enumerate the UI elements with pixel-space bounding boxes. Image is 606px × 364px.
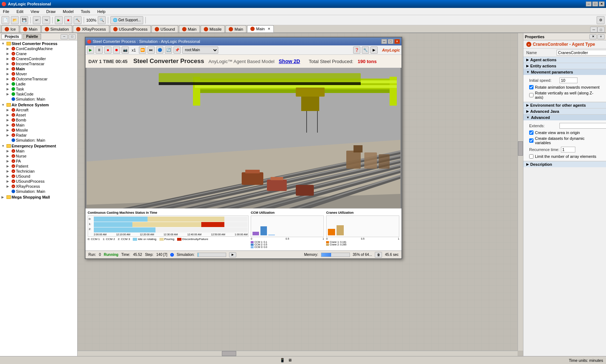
center-hscroll[interactable] xyxy=(78,351,518,356)
rotate-animation-checkbox[interactable] xyxy=(529,85,533,89)
tree-asset[interactable]: ▶ e Asset xyxy=(1,112,76,117)
tree-sim-steel[interactable]: Simulation: Main xyxy=(1,97,76,102)
sim-refresh-btn[interactable]: 🔄 xyxy=(165,46,172,54)
tree-aircraft[interactable]: ▶ e Aircraft xyxy=(1,107,76,112)
menu-model[interactable]: Model xyxy=(61,9,75,14)
create-datasets-checkbox[interactable] xyxy=(529,138,533,143)
sim-play-btn[interactable]: ▶ xyxy=(370,46,378,54)
initial-speed-input[interactable] xyxy=(559,77,578,83)
tab-main4-close[interactable]: ✕ xyxy=(268,27,271,31)
panel-minimize[interactable]: ─ xyxy=(61,34,68,39)
tab-ice[interactable]: Ice xyxy=(1,25,19,32)
section-environment[interactable]: ▶ Environment for other agents xyxy=(523,102,606,108)
tab-missile[interactable]: Missile xyxy=(201,25,225,32)
sim-step-btn[interactable]: ⏭ xyxy=(148,46,155,54)
tree-main-steel[interactable]: ▶ e Main xyxy=(1,66,76,71)
sim-win-minimize[interactable]: ─ xyxy=(381,39,387,44)
menu-help[interactable]: Help xyxy=(96,9,107,14)
status-icon-1[interactable]: 📱 xyxy=(280,358,285,363)
tree-task[interactable]: ▶ Task xyxy=(1,86,76,92)
build-button[interactable]: 🔨 xyxy=(74,16,82,24)
undo-button[interactable]: ↩ xyxy=(33,16,41,24)
tab-main-1[interactable]: Main xyxy=(20,25,41,32)
section-advanced-java[interactable]: ▶ Advanced Java xyxy=(523,108,606,114)
tree-patient[interactable]: ▶ e Patient xyxy=(1,164,76,169)
sim-win-controls[interactable]: ─ □ ✕ xyxy=(381,39,400,44)
close-button[interactable]: ✕ xyxy=(599,1,605,6)
tree-bomb[interactable]: ▶ e Bomb xyxy=(1,117,76,123)
tab-controls-min[interactable]: ─ xyxy=(590,27,597,32)
sim-virtual-btn[interactable]: 🔵 xyxy=(156,46,163,54)
hscroll-thumb[interactable] xyxy=(222,351,236,356)
tab-usoundprocess[interactable]: USoundProcess xyxy=(110,25,151,32)
sim-screenshot-btn[interactable]: 📷 xyxy=(122,46,129,54)
new-button[interactable]: 📄 xyxy=(1,16,9,24)
sim-win-maximize[interactable]: □ xyxy=(388,39,394,44)
menu-tools[interactable]: Tools xyxy=(79,9,92,14)
recurrence-input[interactable] xyxy=(561,147,575,152)
tree-mover[interactable]: ▶ e Mover xyxy=(1,71,76,76)
props-close-btn[interactable]: ✕ xyxy=(589,34,597,39)
open-button[interactable]: 📂 xyxy=(11,16,19,24)
tree-ladle[interactable]: ▶ Ladle xyxy=(1,81,76,86)
tree-airdefence[interactable]: ▼ Air Defence System xyxy=(1,102,76,107)
redo-button[interactable]: ↪ xyxy=(42,16,50,24)
minimize-button[interactable]: ─ xyxy=(586,1,592,6)
tree-xrayproc[interactable]: ▶ e XRayProcess xyxy=(1,184,76,189)
tab-main-4[interactable]: Main ✕ xyxy=(247,25,274,32)
panel-tab-projects[interactable]: Projects xyxy=(1,34,22,39)
center-vscroll[interactable] xyxy=(518,33,523,351)
sim-run-btn[interactable]: ▶ xyxy=(87,46,94,54)
sim-play-status-btn[interactable]: ▶ xyxy=(229,252,236,257)
tab-main-2[interactable]: Main xyxy=(179,25,200,32)
tree-steel-converter[interactable]: ▼ Steel Converter Process xyxy=(1,41,76,46)
vscroll-thumb[interactable] xyxy=(518,141,523,156)
rotate-vertically-checkbox[interactable] xyxy=(529,93,533,97)
tab-usound[interactable]: USound xyxy=(152,25,178,32)
run-button[interactable]: ▶ xyxy=(55,16,63,24)
tree-contcasting[interactable]: ▶ e ContCastingMachine xyxy=(1,46,76,51)
section-advanced[interactable]: ▼ Advanced xyxy=(523,114,606,120)
tree-megamall[interactable]: ▶ Mega Shopping Mall xyxy=(1,195,76,200)
tree-radar[interactable]: ▶ e Radar xyxy=(1,133,76,138)
sim-settings-btn[interactable]: 🔧 xyxy=(362,46,369,54)
status-icon-2[interactable]: 🖥 xyxy=(288,358,292,363)
tree-emergency[interactable]: ▼ Emergency Department xyxy=(1,143,76,148)
tree-technician[interactable]: ▶ e Technician xyxy=(1,169,76,174)
sim-record-btn[interactable]: ⏺ xyxy=(113,46,120,54)
tree-cranescontroller[interactable]: ▶ e CranesController xyxy=(1,56,76,61)
tree-sim-air[interactable]: Simulation: Main xyxy=(1,138,76,143)
title-bar-controls[interactable]: ─ □ ✕ xyxy=(586,1,605,6)
zoom-btn[interactable]: 🔍 xyxy=(98,16,106,24)
menu-view[interactable]: View xyxy=(29,9,41,14)
tree-nurse[interactable]: ▶ e Nurse xyxy=(1,154,76,159)
tree-sim-emerg[interactable]: Simulation: Main xyxy=(1,189,76,194)
maximize-button[interactable]: □ xyxy=(592,1,598,6)
tree-pa[interactable]: ▶ e PA xyxy=(1,159,76,164)
tree-usoundproc[interactable]: ▶ e USoundProcess xyxy=(1,179,76,184)
section-entity-actions[interactable]: ▶ Entity actions xyxy=(523,63,606,69)
sim-pause-btn[interactable]: ⏸ xyxy=(96,46,103,54)
sim-3d-view[interactable] xyxy=(85,68,401,208)
limit-array-checkbox[interactable] xyxy=(529,154,533,159)
section-movement[interactable]: ▼ Movement parameters xyxy=(523,69,606,75)
tree-crane[interactable]: ▶ e Crane xyxy=(1,51,76,56)
tree-taskcode[interactable]: ▶ TaskCode xyxy=(1,92,76,97)
tab-xrayprocess[interactable]: XRayProcess xyxy=(73,25,109,32)
tree-usound[interactable]: ▶ e USound xyxy=(1,174,76,179)
stop-button[interactable]: ■ xyxy=(64,16,72,24)
section-agent-actions[interactable]: ▶ Agent actions xyxy=(523,57,606,63)
menu-file[interactable]: File xyxy=(1,9,11,14)
tree-main-air[interactable]: ▶ e Main xyxy=(1,123,76,128)
panel-tab-palette[interactable]: Palette xyxy=(23,34,41,39)
extends-input[interactable] xyxy=(559,123,606,129)
tab-main-3[interactable]: Main xyxy=(225,25,246,32)
sim-root-dropdown[interactable]: root:Main xyxy=(182,46,218,54)
garbage-collect-btn[interactable]: 🗑 xyxy=(375,252,382,258)
tab-simulation[interactable]: Simulation xyxy=(41,25,72,32)
panel-maximize[interactable]: □ xyxy=(69,34,76,39)
tree-incometranscar[interactable]: ▶ e IncomeTranscar xyxy=(1,61,76,66)
sim-show2d-link[interactable]: Show 2D xyxy=(279,58,300,64)
tab-controls-max[interactable]: □ xyxy=(597,27,605,32)
sim-info-btn[interactable]: ❓ xyxy=(353,46,360,54)
